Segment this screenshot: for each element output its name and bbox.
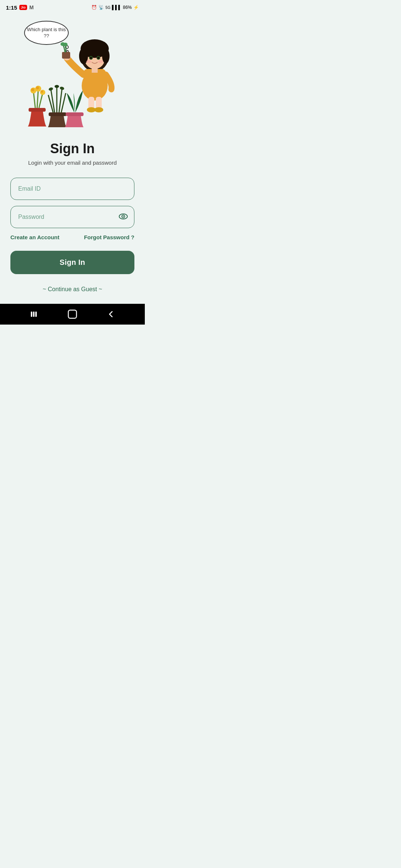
sign-in-button[interactable]: Sign In — [10, 251, 134, 274]
svg-rect-47 — [35, 312, 37, 317]
svg-point-31 — [41, 91, 43, 93]
svg-point-38 — [48, 87, 53, 91]
svg-line-25 — [39, 93, 43, 108]
password-wrapper — [10, 206, 134, 228]
svg-line-37 — [61, 93, 66, 112]
recents-icon — [29, 310, 38, 319]
home-button[interactable] — [68, 309, 77, 319]
recents-button[interactable] — [29, 310, 38, 319]
toggle-password-button[interactable] — [118, 211, 128, 223]
page-title: Sign In — [50, 141, 95, 157]
eye-icon — [118, 211, 128, 222]
svg-point-17 — [63, 43, 68, 46]
status-bar: 1:15 Jio M ⏰ 📡 5G ▌▌▌ 86% ⚡ — [0, 0, 145, 13]
wifi-icon: 📡 — [98, 5, 104, 10]
svg-rect-45 — [31, 312, 32, 317]
svg-point-4 — [102, 49, 110, 63]
svg-point-27 — [31, 88, 34, 91]
svg-line-23 — [33, 91, 35, 108]
create-account-link[interactable]: Create an Account — [10, 234, 59, 240]
svg-line-33 — [51, 89, 55, 112]
network-icon: 5G — [105, 6, 110, 10]
svg-point-44 — [123, 216, 124, 217]
svg-point-6 — [90, 57, 92, 59]
svg-point-8 — [97, 57, 100, 59]
svg-rect-22 — [29, 108, 46, 112]
alarm-icon: ⏰ — [91, 5, 97, 10]
svg-rect-15 — [62, 52, 70, 59]
svg-point-29 — [36, 86, 39, 89]
time-display: 1:15 — [6, 4, 17, 11]
continue-guest-link[interactable]: ~ Continue as Guest ~ — [43, 286, 102, 293]
svg-rect-41 — [66, 112, 84, 116]
svg-point-21 — [94, 107, 103, 112]
page-subtitle: Login with your email and password — [28, 160, 117, 166]
status-right: ⏰ 📡 5G ▌▌▌ 86% ⚡ — [91, 5, 139, 10]
scene-illustration — [20, 21, 124, 132]
status-left: 1:15 Jio M — [6, 4, 34, 11]
svg-rect-32 — [49, 112, 66, 116]
svg-point-39 — [55, 85, 59, 88]
back-icon — [107, 310, 115, 319]
signal-bars: ▌▌▌ — [112, 5, 121, 10]
svg-rect-46 — [33, 312, 35, 317]
links-row: Create an Account Forgot Password ? — [10, 234, 134, 240]
illustration-container: Which plant is this ?? — [20, 21, 124, 132]
svg-point-40 — [59, 86, 65, 91]
forgot-password-link[interactable]: Forgot Password ? — [84, 234, 134, 240]
password-input[interactable] — [10, 206, 134, 228]
svg-point-9 — [86, 60, 91, 63]
main-content: Which plant is this ?? — [0, 13, 145, 304]
gmail-icon: M — [29, 4, 34, 10]
svg-point-10 — [98, 60, 103, 63]
svg-line-24 — [37, 89, 38, 108]
email-input[interactable] — [10, 178, 134, 200]
back-button[interactable] — [107, 310, 115, 319]
home-icon — [68, 309, 77, 319]
svg-rect-48 — [68, 310, 76, 318]
battery-level: 86% — [123, 5, 132, 10]
carrier-badge: Jio — [19, 5, 27, 10]
charging-icon: ⚡ — [133, 5, 139, 10]
navigation-bar — [0, 304, 145, 325]
svg-rect-13 — [92, 67, 98, 73]
